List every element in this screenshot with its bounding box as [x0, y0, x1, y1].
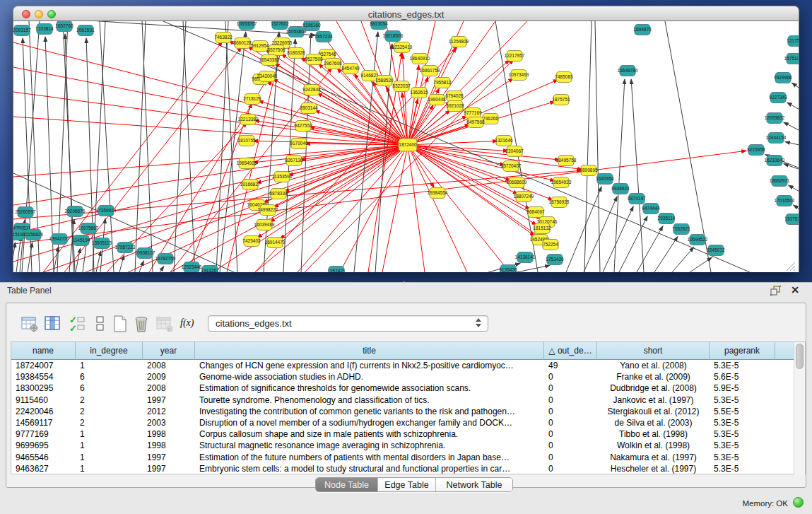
cell-short[interactable]: Jankovic et al. (1997): [597, 395, 710, 406]
graph-node[interactable]: 17957223: [115, 243, 136, 253]
graph-node[interactable]: 2967608: [324, 59, 342, 69]
column-header-title[interactable]: title: [195, 342, 544, 360]
graph-edge[interactable]: [654, 237, 678, 272]
graph-node[interactable]: 1815132: [533, 223, 551, 234]
graph-node[interactable]: 6879197: [628, 194, 646, 204]
row-check-icon[interactable]: ✓ ✓: [69, 315, 87, 333]
cell-name[interactable]: 9699695: [11, 440, 76, 451]
graph-node[interactable]: 13505113: [92, 238, 112, 249]
cell-out_degree[interactable]: 49: [544, 360, 597, 371]
graph-edge[interactable]: [314, 110, 408, 145]
cell-name[interactable]: 9115460: [11, 395, 76, 406]
cell-name[interactable]: 18724007: [11, 360, 76, 371]
cell-name[interactable]: 9463627: [11, 463, 76, 474]
cell-title[interactable]: Estimation of significance thresholds fo…: [195, 382, 544, 394]
graph-edge[interactable]: [408, 141, 498, 145]
graph-node[interactable]: 11353593: [272, 172, 293, 182]
graph-node[interactable]: 16756928: [549, 197, 570, 208]
cell-in_degree[interactable]: 1: [76, 463, 143, 474]
cell-year[interactable]: 1997: [143, 463, 195, 474]
graph-node[interactable]: 9170046: [290, 139, 308, 149]
cell-short[interactable]: Tibbo et al. (1998): [597, 428, 710, 440]
graph-node[interactable]: 2061531: [76, 25, 95, 36]
graph-node[interactable]: 7532621: [672, 224, 690, 235]
graph-node[interactable]: 20206576: [65, 206, 86, 217]
graph-node[interactable]: 19166827: [240, 180, 261, 190]
graph-node[interactable]: 17016504: [775, 196, 795, 206]
cell-pagerank[interactable]: 5.6E-5: [710, 371, 775, 382]
graph-edge[interactable]: [787, 103, 799, 122]
cell-pagerank[interactable]: 5.3E-5: [710, 440, 775, 451]
graph-node[interactable]: 19218506: [383, 31, 404, 42]
cell-out_degree[interactable]: 0: [544, 417, 597, 428]
cell-title[interactable]: Embryonic stem cells: a model to study s…: [195, 463, 544, 474]
graph-edge[interactable]: [142, 21, 153, 272]
graph-edge[interactable]: [76, 248, 81, 272]
graph-node[interactable]: 16053809: [286, 27, 307, 37]
graph-node[interactable]: 16648784: [618, 66, 638, 76]
table-row[interactable]: 977716911998Corpus callosum shape and si…: [11, 428, 794, 440]
graph-node[interactable]: 1217534: [787, 36, 799, 47]
cell-year[interactable]: 2003: [143, 417, 195, 428]
cell-year[interactable]: 1998: [143, 440, 195, 451]
cell-pagerank[interactable]: 5.3E-5: [710, 395, 775, 406]
table-row[interactable]: 1938455462009Genome-wide association stu…: [11, 371, 794, 382]
graph-node[interactable]: 14136141: [515, 252, 536, 263]
graph-node[interactable]: 8215958: [747, 145, 765, 156]
graph-node[interactable]: 9474444: [642, 204, 660, 214]
graph-node[interactable]: 9899895: [579, 165, 598, 176]
graph-node[interactable]: 2204067: [505, 146, 524, 157]
resize-grip-icon[interactable]: [794, 269, 795, 271]
graph-node[interactable]: 10958107: [135, 248, 155, 259]
scrollbar-thumb[interactable]: [796, 344, 804, 369]
cell-year[interactable]: 2008: [143, 382, 195, 394]
graph-node[interactable]: 9245012: [707, 245, 725, 256]
graph-node[interactable]: 5912954: [251, 41, 269, 52]
citation-network-graph[interactable]: 1872400746382286601285912954232260553527…: [13, 21, 799, 272]
graph-node[interactable]: 1145194: [73, 235, 90, 246]
cell-year[interactable]: 2012: [143, 406, 195, 417]
cell-title[interactable]: Estimation of the future numbers of pati…: [195, 452, 544, 463]
cell-name[interactable]: 19384554: [11, 371, 76, 382]
graph-node[interactable]: 17359924: [96, 206, 117, 216]
graph-node[interactable]: 9527508: [305, 54, 323, 65]
graph-edge[interactable]: [183, 21, 195, 272]
graph-node[interactable]: 18495758: [556, 156, 577, 166]
cell-short[interactable]: Franke et al. (2009): [597, 371, 710, 382]
graph-node[interactable]: 1640954: [596, 174, 614, 185]
graph-node[interactable]: 5878334: [269, 189, 288, 199]
cell-pagerank[interactable]: 5.3E-5: [710, 417, 775, 428]
graph-node[interactable]: 2935114: [658, 214, 676, 224]
graph-edge[interactable]: [408, 145, 425, 272]
cell-out_degree[interactable]: 0: [544, 395, 597, 406]
graph-edge[interactable]: [784, 164, 799, 177]
cell-out_degree[interactable]: 0: [544, 440, 597, 451]
graph-node[interactable]: 15692971: [770, 176, 790, 187]
graph-node[interactable]: 14998222: [258, 205, 278, 216]
table-settings-icon[interactable]: [20, 315, 39, 333]
graph-node[interactable]: 1913267: [201, 266, 219, 273]
cell-year[interactable]: 2008: [143, 360, 195, 371]
graph-node[interactable]: 19654925: [237, 158, 257, 169]
graph-node[interactable]: 10973493: [509, 70, 529, 81]
cell-name[interactable]: 18300295: [11, 382, 76, 394]
graph-node[interactable]: 1990448: [428, 95, 446, 105]
graph-edge[interactable]: [163, 21, 750, 272]
network-canvas[interactable]: 1872400746382286601285912954232260553527…: [13, 21, 799, 272]
cell-pagerank[interactable]: 5.3E-5: [710, 463, 775, 474]
graph-node[interactable]: 2803144: [300, 103, 318, 114]
graph-node[interactable]: 7103814: [35, 24, 54, 35]
graph-node[interactable]: 9329966: [774, 73, 792, 83]
graph-edge[interactable]: [13, 117, 408, 145]
graph-node[interactable]: 6794028: [445, 91, 464, 102]
graph-node[interactable]: 12213383: [238, 115, 259, 125]
graph-edge[interactable]: [64, 47, 242, 272]
graph-node[interactable]: 16961758: [420, 66, 440, 76]
graph-node[interactable]: 19654923: [551, 177, 572, 188]
close-panel-icon[interactable]: ✕: [791, 284, 799, 296]
column-header-year[interactable]: year: [143, 342, 195, 360]
cell-year[interactable]: 1998: [143, 428, 195, 440]
graph-edge[interactable]: [43, 42, 223, 272]
memory-ok-icon[interactable]: [793, 497, 804, 508]
table-row[interactable]: 946554611997Estimation of the future num…: [11, 452, 794, 463]
